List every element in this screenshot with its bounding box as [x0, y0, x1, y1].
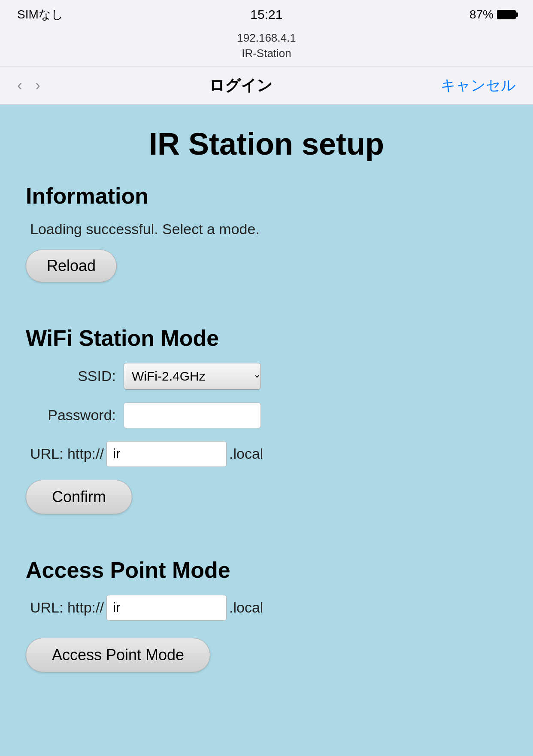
password-label: Password: — [30, 407, 116, 424]
url-line1: 192.168.4.1 — [17, 30, 516, 46]
access-point-section: Access Point Mode URL: http:// .local Ac… — [26, 557, 507, 672]
main-content: IR Station setup Information Loading suc… — [0, 105, 533, 756]
forward-arrow[interactable]: › — [35, 76, 40, 94]
url-line2: IR-Station — [17, 46, 516, 61]
status-bar: SIMなし 15:21 87% — [0, 0, 533, 26]
information-section: Information Loading successful. Select a… — [26, 183, 507, 304]
ssid-row: SSID: WiFi-2.4GHz — [26, 363, 507, 390]
status-battery: 87% — [469, 8, 516, 21]
nav-arrows: ‹ › — [17, 76, 40, 94]
access-point-heading: Access Point Mode — [26, 557, 507, 583]
access-point-button[interactable]: Access Point Mode — [26, 638, 210, 672]
page-title: IR Station setup — [26, 126, 507, 162]
ssid-select[interactable]: WiFi-2.4GHz — [124, 363, 261, 390]
wifi-section: WiFi Station Mode SSID: WiFi-2.4GHz Pass… — [26, 325, 507, 536]
information-message: Loading successful. Select a mode. — [26, 221, 507, 238]
wifi-section-heading: WiFi Station Mode — [26, 325, 507, 351]
ap-url-label: URL: http:// — [30, 599, 104, 616]
nav-title: ログイン — [209, 75, 273, 96]
status-time: 15:21 — [250, 7, 282, 22]
password-row: Password: — [26, 402, 507, 428]
wifi-url-suffix: .local — [229, 445, 263, 462]
password-input[interactable] — [124, 402, 261, 428]
ap-url-input[interactable] — [106, 595, 227, 621]
ssid-label: SSID: — [30, 368, 116, 384]
back-arrow[interactable]: ‹ — [17, 76, 22, 94]
wifi-url-label: URL: http:// — [30, 445, 104, 462]
url-bar: 192.168.4.1 IR-Station — [0, 26, 533, 67]
battery-icon — [497, 10, 516, 19]
cancel-button[interactable]: キャンセル — [441, 76, 516, 95]
confirm-button[interactable]: Confirm — [26, 480, 132, 514]
information-heading: Information — [26, 183, 507, 209]
status-sim: SIMなし — [17, 6, 64, 23]
nav-bar: ‹ › ログイン キャンセル — [0, 67, 533, 105]
ap-url-row: URL: http:// .local — [26, 595, 507, 621]
wifi-url-row: URL: http:// .local — [26, 441, 507, 467]
ap-url-suffix: .local — [229, 599, 263, 616]
wifi-url-input[interactable] — [106, 441, 227, 467]
reload-button[interactable]: Reload — [26, 250, 117, 282]
